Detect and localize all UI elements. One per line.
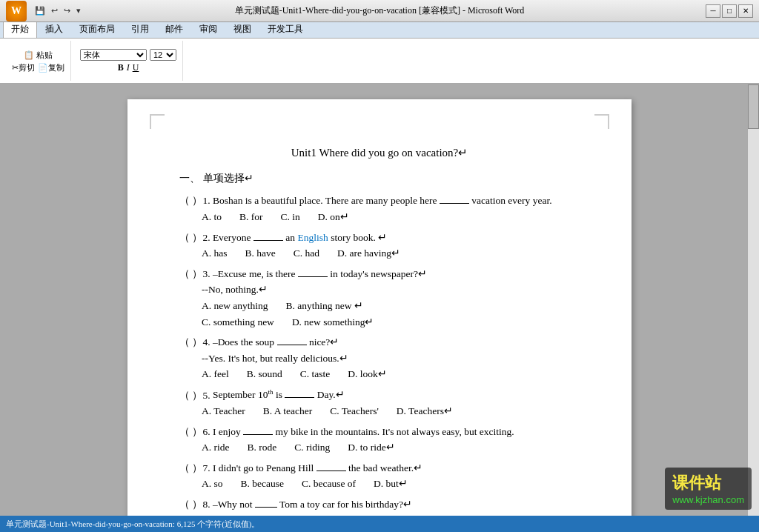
q5-num: （ ）5. [179, 389, 211, 400]
q1-options: A. to B. for C. in D. on↵ [179, 209, 580, 225]
question-6: （ ）6. I enjoy my bike in the mountains. … [179, 424, 580, 456]
q2-a: A. has [202, 245, 228, 262]
question-1: （ ）1. Boshan is a beautiful place. There… [179, 193, 580, 225]
q5-text: September 10th is Day.↵ [213, 389, 345, 400]
question-5: （ ）5. September 10th is Day.↵ A. Teacher… [179, 387, 580, 419]
q3-c: C. something new [202, 314, 274, 330]
section-title: 一、 单项选择↵ [179, 170, 580, 187]
q3-options-2: C. something new D. new something↵ [179, 314, 580, 330]
q7-c: C. because of [302, 476, 356, 492]
scrollbar[interactable]: ▲ [747, 84, 759, 516]
q6-options: A. ride B. rode C. riding D. to ride↵ [179, 439, 580, 456]
underline-btn[interactable]: U [133, 62, 139, 73]
ribbon-bar: 📋 粘贴 ✂剪切 📄复制 宋体 12 B I U [0, 39, 759, 84]
corner-tl [150, 114, 165, 129]
q1-a: A. to [202, 209, 222, 225]
q5-a: A. Teacher [202, 403, 245, 419]
q4-a: A. feel [202, 366, 229, 382]
tab-home[interactable]: 开始 [3, 20, 37, 38]
document-area: Unit1 Where did you go on vacation?↵ 一、 … [0, 84, 759, 516]
q4-b: B. sound [247, 366, 282, 382]
restore-btn[interactable]: □ [722, 4, 737, 18]
q2-c: C. had [294, 245, 319, 262]
cut-btn[interactable]: ✂剪切 [12, 62, 35, 73]
q4-text: –Does the soup nice?↵ [213, 336, 339, 348]
word-page: Unit1 Where did you go on vacation?↵ 一、 … [127, 99, 632, 516]
question-8: （ ）8. –Why not Tom a toy car for his bir… [179, 496, 580, 516]
question-3: （ ）3. –Excuse me, is there in today's ne… [179, 266, 580, 330]
q4-c: C. taste [300, 366, 331, 382]
redo-btn[interactable]: ↪ [62, 6, 73, 16]
q6-num: （ ）6. [179, 426, 211, 437]
q3-a: A. new anything [202, 298, 268, 314]
q1-text: Boshan is a beautiful place. There are m… [213, 195, 552, 206]
minimize-btn[interactable]: ─ [706, 4, 720, 18]
tab-view[interactable]: 视图 [225, 20, 259, 38]
q2-options: A. has B. have C. had D. are having↵ [179, 245, 580, 262]
q7-options: A. so B. because C. because of D. but↵ [179, 476, 580, 492]
ribbon-tabs: 开始 插入 页面布局 引用 邮件 审阅 视图 开发工具 [0, 22, 759, 39]
window-title: 单元测试题-Unit1-Where-did-you-go-on-vacation… [235, 4, 525, 17]
tab-developer[interactable]: 开发工具 [259, 20, 311, 38]
q6-text: I enjoy my bike in the mountains. It's n… [213, 426, 514, 437]
q5-c: C. Teachers' [330, 403, 379, 419]
q3-b: B. anything new ↵ [286, 298, 363, 314]
question-4: （ ）4. –Does the soup nice?↵ --Yes. It's … [179, 334, 580, 382]
question-7: （ ）7. I didn't go to Penang Hill the bad… [179, 460, 580, 492]
q1-num: （ ）1. [179, 195, 211, 206]
font-size-select[interactable]: 12 [150, 49, 176, 61]
tab-mailings[interactable]: 邮件 [157, 20, 191, 38]
q6-c: C. riding [294, 439, 330, 456]
q1-c: C. in [281, 209, 300, 225]
font-group: 宋体 12 B I U [74, 41, 183, 81]
undo-btn[interactable]: ↩ [49, 6, 60, 16]
q7-text: I didn't go to Penang Hill the bad weath… [213, 462, 422, 473]
q2-text: Everyone an English story book. ↵ [213, 232, 387, 243]
status-bar: 单元测试题-Unit1-Where-did-you-go-on-vacation… [0, 516, 759, 532]
watermark-url: www.kjzhan.com [672, 494, 744, 505]
font-family-select[interactable]: 宋体 [80, 49, 147, 61]
scrollbar-thumb[interactable] [748, 84, 759, 129]
quick-access-toolbar: 💾 ↩ ↪ ▾ [33, 6, 83, 16]
q1-d: D. on↵ [318, 209, 349, 225]
tab-insert[interactable]: 插入 [37, 20, 71, 38]
q7-b: B. because [241, 476, 284, 492]
q6-b: B. rode [248, 439, 277, 456]
title-bar: W 💾 ↩ ↪ ▾ 单元测试题-Unit1-Where-did-you-go-o… [0, 0, 759, 22]
paste-btn[interactable]: 📋 粘贴 [21, 48, 56, 62]
q5-options: A. Teacher B. A teacher C. Teachers' D. … [179, 403, 580, 419]
status-text: 单元测试题-Unit1-Where-did-you-go-on-vacation… [6, 519, 259, 530]
q8-text: –Why not Tom a toy car for his birthday?… [213, 499, 412, 510]
q5-b: B. A teacher [263, 403, 312, 419]
q1-b: B. for [239, 209, 263, 225]
q2-d: D. are having↵ [337, 245, 400, 262]
q3-d: D. new something↵ [292, 314, 374, 330]
q4-d: D. look↵ [348, 366, 387, 382]
window-controls[interactable]: ─ □ ✕ [706, 4, 753, 18]
customize-btn[interactable]: ▾ [74, 6, 83, 16]
title-bar-left: W 💾 ↩ ↪ ▾ [6, 1, 83, 21]
bold-btn[interactable]: B [118, 62, 124, 73]
italic-btn[interactable]: I [127, 62, 130, 73]
q3-options: A. new anything B. anything new ↵ [179, 298, 580, 314]
office-logo: W [6, 1, 27, 21]
watermark-brand: 课件站 [672, 472, 744, 494]
copy-btn[interactable]: 📄复制 [38, 62, 64, 73]
q4-num: （ ）4. [179, 336, 211, 348]
q4-options: A. feel B. sound C. taste D. look↵ [179, 366, 580, 382]
save-quick-btn[interactable]: 💾 [33, 6, 47, 16]
q5-d: D. Teachers↵ [397, 403, 453, 419]
q2-num: （ ）2. [179, 232, 211, 243]
q6-d: D. to ride↵ [348, 439, 394, 456]
q8-num: （ ）8. [179, 499, 211, 510]
tab-review[interactable]: 审阅 [191, 20, 225, 38]
close-btn[interactable]: ✕ [738, 4, 753, 18]
clipboard-group: 📋 粘贴 ✂剪切 📄复制 [6, 41, 71, 81]
q4-note: --Yes. It's hot, but really delicious.↵ [179, 350, 580, 367]
tab-references[interactable]: 引用 [123, 20, 157, 38]
q7-num: （ ）7. [179, 462, 211, 473]
q7-a: A. so [202, 476, 223, 492]
q3-note: --No, nothing.↵ [179, 282, 580, 298]
question-2: （ ）2. Everyone an English story book. ↵ … [179, 230, 580, 262]
tab-layout[interactable]: 页面布局 [71, 20, 123, 38]
